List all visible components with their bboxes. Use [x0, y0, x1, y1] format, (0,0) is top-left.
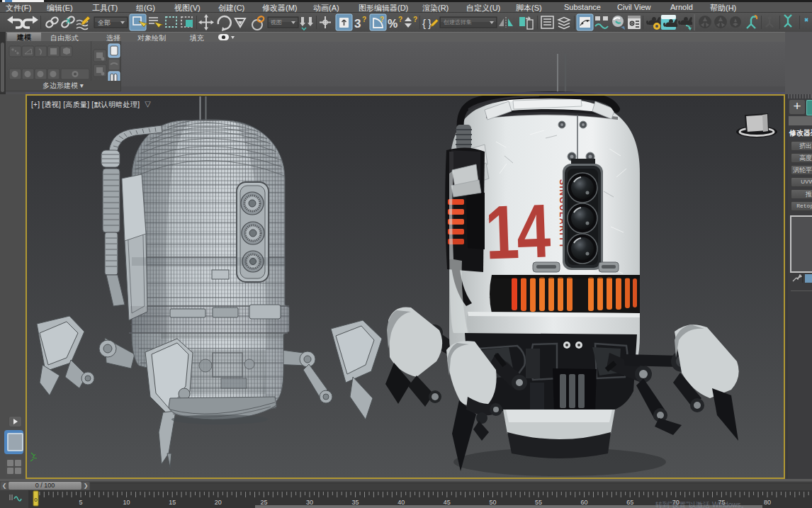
svg-text:15: 15 — [169, 499, 176, 506]
svg-text:5: 5 — [79, 499, 82, 506]
svg-text:10: 10 — [123, 499, 130, 506]
svg-text:0: 0 — [34, 497, 38, 503]
svg-text:20: 20 — [215, 499, 222, 506]
